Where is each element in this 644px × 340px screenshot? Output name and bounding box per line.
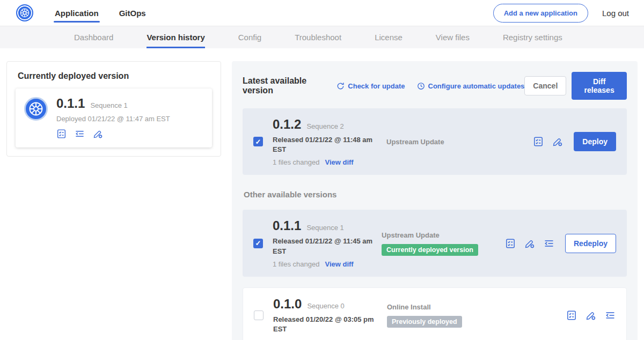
- version-row-0-1-1: ✓ 0.1.1 Sequence 1 Released 01/21/22 @ 1…: [243, 210, 627, 276]
- release-notes-icon[interactable]: [56, 129, 67, 139]
- app-header: Application GitOps Add a new application…: [0, 0, 644, 26]
- version-info: 0.1.1 Sequence 1 Released 01/21/22 @ 11:…: [273, 218, 382, 268]
- row-actions: [566, 310, 616, 321]
- row-spacer: [243, 277, 627, 287]
- edit-config-icon[interactable]: [586, 310, 596, 321]
- view-diff-icon[interactable]: [75, 129, 85, 139]
- version-row-0-1-2: ✓ 0.1.2 Sequence 2 Released 01/21/22 @ 1…: [243, 108, 627, 175]
- deployed-card-title: Currently deployed version: [16, 70, 212, 88]
- version-checkbox[interactable]: [254, 311, 264, 320]
- check-for-update-label: Check for update: [348, 82, 405, 90]
- nav-gitops-label: GitOps: [119, 9, 146, 18]
- deployed-timestamp: Deployed 01/21/22 @ 11:47 am EST: [56, 115, 170, 123]
- deployed-sequence-label: Sequence 1: [90, 101, 127, 109]
- view-diff-link[interactable]: View diff: [325, 158, 353, 166]
- deployed-actions: [56, 129, 170, 139]
- version-checkbox[interactable]: ✓: [253, 137, 263, 146]
- view-diff-icon[interactable]: [605, 310, 616, 321]
- version-number: 0.1.1: [273, 218, 301, 233]
- version-history-panel: Latest available version Check for updat…: [232, 61, 638, 340]
- header-right: Add a new application Log out: [493, 4, 629, 23]
- app-logo: [24, 97, 48, 121]
- edit-config-icon[interactable]: [93, 129, 103, 139]
- kubernetes-wheel-icon: [28, 101, 44, 117]
- kubernetes-wheel-icon: [19, 8, 30, 18]
- version-number: 0.1.0: [273, 297, 302, 312]
- deploy-button[interactable]: Deploy: [574, 132, 616, 151]
- panel-header: Latest available version Check for updat…: [243, 72, 627, 100]
- tab-registry-settings-label: Registry settings: [503, 33, 562, 42]
- sequence-label: Sequence 0: [307, 302, 344, 310]
- check-for-update-link[interactable]: Check for update: [336, 82, 405, 90]
- source-label: Upstream Update: [386, 138, 515, 146]
- nav-application-label: Application: [55, 9, 99, 18]
- files-changed-label: 1 files changed: [273, 158, 319, 166]
- nav-gitops[interactable]: GitOps: [118, 0, 147, 26]
- version-row-0-1-0: 0.1.0 Sequence 0 Released 01/20/22 @ 03:…: [243, 287, 627, 340]
- main-content: Currently deployed version 0.1.1 Sequenc…: [0, 48, 644, 340]
- deployed-version-number: 0.1.1: [56, 96, 85, 111]
- tab-config[interactable]: Config: [238, 26, 261, 48]
- primary-nav: Application GitOps: [54, 0, 147, 26]
- kubernetes-logo: [16, 4, 33, 21]
- redeploy-button[interactable]: Redeploy: [565, 234, 616, 253]
- source-label: Online Install: [387, 303, 516, 311]
- configure-auto-updates-link[interactable]: Configure automatic updates: [417, 82, 525, 90]
- sequence-label: Sequence 2: [306, 122, 343, 130]
- deployed-version-box: 0.1.1 Sequence 1 Deployed 01/21/22 @ 11:…: [16, 88, 212, 147]
- other-versions-title: Other available versions: [244, 190, 626, 199]
- version-info: 0.1.0 Sequence 0 Released 01/20/22 @ 03:…: [273, 297, 387, 334]
- tab-version-history[interactable]: Version history: [147, 26, 204, 48]
- latest-version-title: Latest available version: [243, 76, 325, 95]
- edit-config-icon[interactable]: [552, 136, 563, 147]
- release-notes-icon[interactable]: [533, 136, 544, 147]
- tab-license[interactable]: License: [375, 26, 402, 48]
- tab-troubleshoot-label: Troubleshoot: [295, 33, 341, 42]
- tab-registry-settings[interactable]: Registry settings: [503, 26, 562, 48]
- row-actions: Redeploy: [505, 234, 616, 253]
- configure-auto-updates-label: Configure automatic updates: [428, 82, 525, 90]
- cancel-button[interactable]: Cancel: [524, 76, 566, 95]
- files-changed-label: 1 files changed: [273, 260, 319, 268]
- currently-deployed-badge: Currently deployed version: [382, 244, 478, 256]
- released-timestamp: Released 01/21/22 @ 11:45 am EST: [273, 236, 380, 256]
- version-source: Upstream Update: [386, 138, 515, 146]
- version-checkbox[interactable]: ✓: [253, 239, 263, 248]
- tab-view-files[interactable]: View files: [436, 26, 470, 48]
- release-notes-icon[interactable]: [505, 238, 516, 249]
- tab-view-files-label: View files: [436, 33, 470, 42]
- add-application-button[interactable]: Add a new application: [493, 4, 588, 23]
- logout-link[interactable]: Log out: [602, 9, 629, 18]
- sequence-label: Sequence 1: [306, 224, 343, 232]
- version-source: Upstream Update Currently deployed versi…: [382, 231, 505, 256]
- view-diff-link[interactable]: View diff: [325, 260, 353, 268]
- tab-license-label: License: [375, 33, 402, 42]
- tab-troubleshoot[interactable]: Troubleshoot: [295, 26, 341, 48]
- tab-config-label: Config: [238, 33, 261, 42]
- refresh-icon: [336, 82, 345, 90]
- view-diff-icon[interactable]: [544, 238, 554, 249]
- version-info: 0.1.2 Sequence 2 Released 01/21/22 @ 11:…: [273, 117, 386, 166]
- release-notes-icon[interactable]: [566, 310, 577, 321]
- version-source: Online Install Previously deployed: [387, 303, 516, 328]
- tab-dashboard-label: Dashboard: [74, 33, 113, 42]
- edit-config-icon[interactable]: [524, 238, 535, 249]
- released-timestamp: Released 01/21/22 @ 11:48 am EST: [273, 135, 380, 154]
- version-number: 0.1.2: [273, 117, 301, 132]
- deployed-version-info: 0.1.1 Sequence 1 Deployed 01/21/22 @ 11:…: [56, 96, 170, 139]
- source-label: Upstream Update: [382, 231, 505, 239]
- tab-version-history-label: Version history: [147, 33, 204, 42]
- row-actions: Deploy: [533, 132, 616, 151]
- nav-application[interactable]: Application: [54, 0, 100, 26]
- clock-icon: [417, 82, 425, 90]
- diff-releases-button[interactable]: Diff releases: [572, 72, 627, 100]
- previously-deployed-badge: Previously deployed: [387, 316, 462, 328]
- currently-deployed-card: Currently deployed version 0.1.1 Sequenc…: [6, 61, 221, 157]
- released-timestamp: Released 01/20/22 @ 03:05 pm EST: [273, 315, 380, 334]
- app-tabs: Dashboard Version history Config Trouble…: [0, 26, 644, 48]
- tab-dashboard[interactable]: Dashboard: [74, 26, 113, 48]
